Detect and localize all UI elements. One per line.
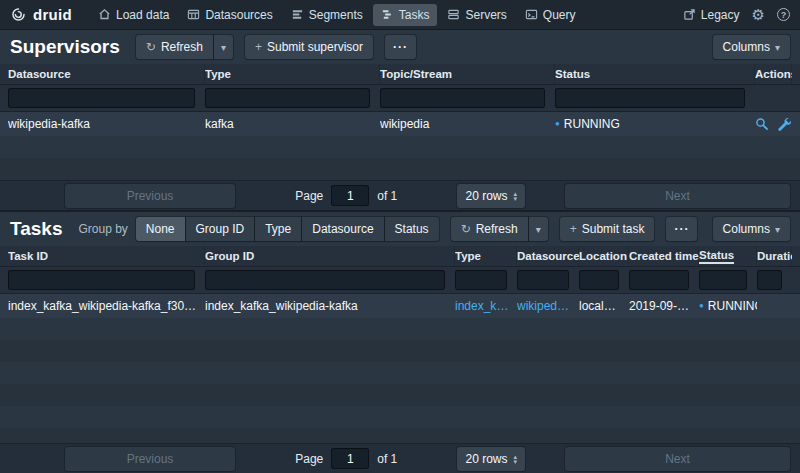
page-size-select[interactable]: 20 rows ▴▾	[457, 184, 525, 208]
help-icon[interactable]: ?	[777, 8, 790, 21]
druid-brand[interactable]: druid	[10, 6, 72, 23]
supervisors-refresh-dropdown[interactable]: ▾	[214, 35, 233, 59]
legacy-label: Legacy	[701, 8, 740, 22]
submit-task-button[interactable]: + Submit task	[560, 217, 655, 241]
tasks-pagination: Previous Page of 1 20 rows ▴▾ Next	[0, 443, 800, 473]
plus-icon: +	[255, 40, 262, 54]
filter-datasource-input[interactable]	[517, 270, 569, 290]
nav-item-load-data[interactable]: Load data	[90, 4, 177, 26]
column-header-datasource[interactable]: Datasource	[8, 64, 205, 84]
tasks-filter-row	[0, 267, 800, 294]
filter-task-id-input[interactable]	[8, 270, 195, 290]
filter-created-time-input[interactable]	[629, 270, 689, 290]
status-label: RUNNING	[564, 117, 620, 131]
refresh-label: Refresh	[476, 222, 518, 236]
task-row[interactable]: index_kafka_wikipedia-kafka_f30b34bb4427…	[0, 294, 800, 318]
nav-item-servers[interactable]: Servers	[439, 4, 514, 26]
column-header-task-id[interactable]: Task ID	[8, 246, 205, 266]
supervisor-row[interactable]: wikipedia-kafka kafka wikipedia ● RUNNIN…	[0, 112, 800, 136]
task-created-time-cell: 2019-09-16T03...	[629, 299, 699, 313]
group-by-group-id-button[interactable]: Group ID	[186, 217, 255, 241]
chevron-down-icon: ▾	[775, 224, 780, 235]
page-size-select[interactable]: 20 rows ▴▾	[457, 447, 525, 471]
task-id-cell: index_kafka_wikipedia-kafka_f30b34bb4427…	[8, 299, 205, 313]
home-icon	[98, 8, 111, 21]
page-number-input[interactable]	[331, 448, 369, 469]
filter-duration-input[interactable]	[757, 270, 782, 290]
druid-logo-icon	[10, 6, 27, 23]
nav-item-segments[interactable]: Segments	[283, 4, 371, 26]
nav-item-label: Servers	[465, 8, 506, 22]
status-dot-icon: ●	[699, 302, 704, 310]
group-by-datasource-button[interactable]: Datasource	[302, 217, 383, 241]
of-total-label: of 1	[377, 452, 397, 466]
next-page-button[interactable]: Next	[565, 184, 790, 208]
tasks-title: Tasks	[10, 218, 62, 240]
chevron-down-icon: ▾	[775, 42, 780, 53]
chevron-down-icon: ▾	[221, 42, 226, 53]
page-label: Page	[295, 452, 323, 466]
group-by-type-button[interactable]: Type	[255, 217, 301, 241]
filter-status-input[interactable]	[555, 88, 745, 108]
column-header-status[interactable]: Status	[555, 64, 755, 84]
page-number-input[interactable]	[331, 185, 369, 206]
task-datasource-cell[interactable]: wikipedia-ka...	[517, 299, 579, 313]
next-page-button[interactable]: Next	[565, 447, 790, 471]
column-header-location[interactable]: Location	[579, 246, 629, 266]
column-header-type[interactable]: Type	[205, 64, 380, 84]
supervisors-pagination: Previous Page of 1 20 rows ▴▾ Next	[0, 180, 800, 210]
column-header-topic-stream[interactable]: Topic/Stream	[380, 64, 555, 84]
filter-group-id-input[interactable]	[205, 270, 445, 290]
filter-location-input[interactable]	[579, 270, 619, 290]
brand-name: druid	[33, 6, 72, 23]
column-header-status[interactable]: Status	[699, 246, 757, 266]
task-location-cell: localhost:81...	[579, 299, 629, 313]
tasks-columns-button[interactable]: Columns ▾	[713, 217, 790, 241]
gear-icon[interactable]: ⚙	[752, 7, 765, 22]
filter-status-input[interactable]	[699, 270, 747, 290]
supervisor-type-cell: kafka	[205, 117, 380, 131]
of-total-label: of 1	[377, 189, 397, 203]
refresh-label: Refresh	[161, 40, 203, 54]
filter-type-input[interactable]	[205, 88, 370, 108]
group-by-none-button[interactable]: None	[136, 217, 185, 241]
submit-task-label: Submit task	[582, 222, 645, 236]
supervisors-more-button[interactable]: ···	[385, 35, 416, 59]
column-header-created-time[interactable]: Created time	[629, 246, 699, 266]
page-size-label: 20 rows	[465, 189, 507, 203]
supervisor-actions-cell	[755, 117, 793, 131]
nav-item-datasources[interactable]: Datasources	[179, 4, 280, 26]
columns-label: Columns	[723, 40, 770, 54]
wrench-icon[interactable]	[777, 117, 791, 131]
supervisors-columns-button[interactable]: Columns ▾	[713, 35, 790, 59]
external-link-icon	[683, 8, 696, 21]
tasks-refresh-dropdown[interactable]: ▾	[529, 217, 548, 241]
nav-item-query[interactable]: Query	[517, 4, 584, 26]
tasks-more-button[interactable]: ···	[666, 217, 697, 241]
nav-item-tasks[interactable]: Tasks	[373, 4, 438, 26]
supervisors-section: Supervisors ↻ Refresh ▾ + Submit supervi…	[0, 30, 800, 210]
page-label: Page	[295, 189, 323, 203]
submit-supervisor-button[interactable]: + Submit supervisor	[245, 35, 373, 59]
legacy-link[interactable]: Legacy	[683, 8, 740, 22]
status-label: RUNNING	[708, 299, 757, 313]
gantt-chart-icon	[381, 8, 394, 21]
column-header-datasource[interactable]: Datasource	[517, 246, 579, 266]
supervisors-title: Supervisors	[10, 36, 120, 58]
group-by-status-button[interactable]: Status	[385, 217, 439, 241]
magnifier-icon[interactable]	[755, 117, 769, 131]
column-header-group-id[interactable]: Group ID	[205, 246, 455, 266]
column-header-duration[interactable]: Duration	[757, 246, 792, 266]
filter-datasource-input[interactable]	[8, 88, 195, 108]
column-header-type[interactable]: Type	[455, 246, 517, 266]
filter-topic-stream-input[interactable]	[380, 88, 545, 108]
task-type-cell[interactable]: index_kafka	[455, 299, 517, 313]
supervisors-refresh-button[interactable]: ↻ Refresh	[136, 35, 213, 59]
supervisor-topic-cell: wikipedia	[380, 117, 555, 131]
filter-type-input[interactable]	[455, 270, 507, 290]
group-by-button-group: None Group ID Type Datasource Status	[136, 217, 439, 241]
previous-page-button[interactable]: Previous	[65, 447, 235, 471]
status-dot-icon: ●	[555, 120, 560, 128]
tasks-refresh-button[interactable]: ↻ Refresh	[451, 217, 528, 241]
previous-page-button[interactable]: Previous	[65, 184, 235, 208]
